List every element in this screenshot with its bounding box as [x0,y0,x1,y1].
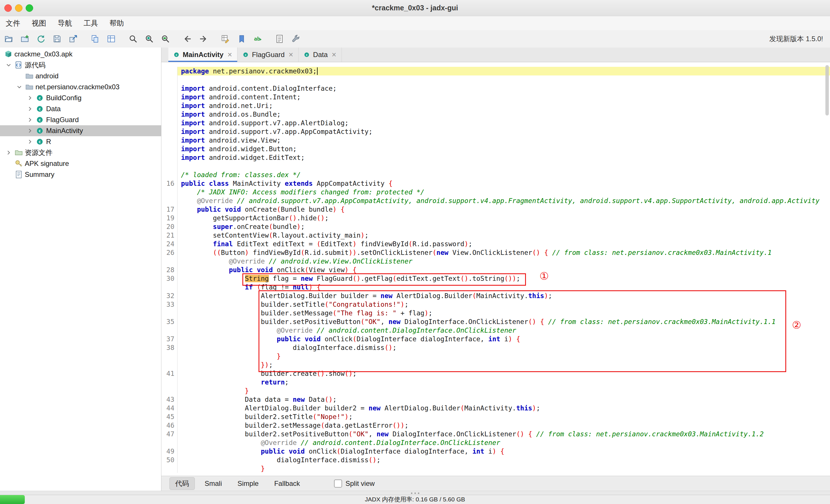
search-class-icon[interactable] [143,32,155,45]
code-line[interactable]: 26 ((Button) findViewById(R.id.submit)).… [161,248,830,257]
chevron-right-icon[interactable] [27,137,36,146]
close-icon[interactable]: × [332,51,336,59]
close-icon[interactable]: × [227,51,232,59]
chevron-right-icon[interactable] [27,127,36,135]
menu-item[interactable]: 导航 [58,19,72,28]
code-line[interactable]: 19 getSupportActionBar().hide(); [161,214,830,222]
code-line[interactable]: 47 builder2.setPositiveButton("OK", new … [161,430,830,438]
chevron-right-icon[interactable] [27,115,36,124]
log-icon[interactable] [274,32,285,45]
code-editor[interactable]: package net.persianov.crackme0x03;import… [161,62,830,476]
code-line[interactable]: 21 setContentView(R.layout.activity_main… [161,231,830,240]
code-line[interactable]: 44 AlertDialog.Builder builder2 = new Al… [161,404,830,412]
code-line[interactable]: if (flag != null) { [161,283,830,292]
update-notice[interactable]: 发现新版本 1.5.0! [769,30,823,47]
view-tab-Fallback[interactable]: Fallback [268,478,306,489]
code-line[interactable]: import android.view.View; [161,136,830,144]
code-line[interactable]: import android.os.Bundle; [161,110,830,119]
tree-item-APK signature[interactable]: APK signature [0,158,161,169]
code-line[interactable]: } [161,352,830,361]
forward-icon[interactable] [198,32,209,45]
code-line[interactable]: 41 builder.create().show(); [161,369,830,378]
code-line[interactable]: 20 super.onCreate(bundle); [161,222,830,231]
code-line[interactable]: 37 public void onClick(DialogInterface d… [161,335,830,343]
layout-icon[interactable] [105,32,117,45]
code-line[interactable]: 43 Data data = new Data(); [161,395,830,404]
chevron-right-icon[interactable] [27,105,36,113]
code-line[interactable]: return; [161,378,830,387]
code-line[interactable]: 49 public void onClick(DialogInterface d… [161,447,830,456]
tree-item-BuildConfig[interactable]: cBuildConfig [0,93,161,103]
tree-item-Data[interactable]: cData [0,103,161,114]
menu-item[interactable]: 视图 [32,19,46,28]
deobfuscation-icon[interactable]: ab [252,32,263,45]
code-line[interactable]: builder.setMessage("The flag is: " + fla… [161,309,830,317]
code-line[interactable]: } [161,464,830,473]
chevron-down-icon[interactable] [16,83,25,91]
code-line[interactable]: import android.support.v7.app.AlertDialo… [161,119,830,127]
tree-item-资源文件[interactable]: 资源文件 [0,147,161,158]
code-line[interactable]: package net.persianov.crackme0x03; [161,67,830,75]
code-line[interactable]: }); [161,361,830,369]
code-line[interactable]: import android.support.v7.app.AppCompatA… [161,127,830,136]
code-line[interactable]: import android.widget.EditText; [161,153,830,162]
code-line[interactable]: 38 dialogInterface.dismiss(); [161,343,830,352]
code-line[interactable]: import android.content.Intent; [161,93,830,101]
tree-item-Summary[interactable]: Summary [0,169,161,180]
tree-item-MainActivity[interactable]: cMainActivity [0,125,161,136]
menu-item[interactable]: 工具 [84,19,98,28]
open-file-icon[interactable] [3,32,14,45]
code-line[interactable]: 17 public void onCreate(Bundle bundle) { [161,205,830,214]
tree-item-FlagGuard[interactable]: cFlagGuard [0,114,161,125]
code-line[interactable]: 45 builder2.setTitle("Nope!"); [161,412,830,421]
code-line[interactable]: 33 builder.setTitle("Congratulations!"); [161,300,830,309]
save-all-icon[interactable] [51,32,63,45]
tab-FlagGuard[interactable]: cFlagGuard× [237,47,298,62]
code-line[interactable]: 16public class MainActivity extends AppC… [161,179,830,188]
chevron-down-icon[interactable] [5,61,15,69]
code-line[interactable]: 28 public void onClick(View view) { [161,266,830,274]
view-tab-代码[interactable]: 代码 [169,477,195,490]
preferences-icon[interactable] [290,32,301,45]
menu-item[interactable]: 文件 [6,19,20,28]
tab-Data[interactable]: cData× [298,47,342,62]
code-line[interactable]: import android.content.DialogInterface; [161,84,830,93]
view-tab-Simple[interactable]: Simple [232,478,264,489]
code-line[interactable]: 30 String flag = new FlagGuard().getFlag… [161,274,830,283]
chevron-right-icon[interactable] [5,148,15,157]
bookmark-icon[interactable] [236,32,247,45]
code-line[interactable] [161,75,830,84]
code-line[interactable]: /* loaded from: classes.dex */ [161,170,830,179]
view-tab-Smali[interactable]: Smali [199,478,228,489]
back-icon[interactable] [182,32,193,45]
code-line[interactable]: 24 final EditText editText = (EditText) … [161,240,830,248]
code-line[interactable]: 46 builder2.setMessage(data.getLastError… [161,421,830,430]
code-line[interactable] [161,162,830,170]
tree-item-源代码[interactable]: 源代码 [0,60,161,71]
splitter-handle[interactable] [0,491,830,495]
tab-MainActivity[interactable]: cMainActivity× [168,47,237,62]
code-line[interactable]: @Override // android.view.View.OnClickLi… [161,257,830,266]
code-line[interactable]: import android.net.Uri; [161,101,830,110]
code-line[interactable]: import android.widget.Button; [161,144,830,153]
editor-vertical-scrollbar[interactable] [825,65,829,115]
copy-icon[interactable] [89,32,101,45]
export-icon[interactable] [67,32,79,45]
add-files-icon[interactable] [19,32,31,45]
tree-item-R[interactable]: cR [0,136,161,147]
search-comment-icon[interactable] [160,32,171,45]
search-text-icon[interactable] [127,32,139,45]
tree-item-crackme_0x03.apk[interactable]: crackme_0x03.apk [0,49,161,60]
code-line[interactable]: @Override // android.content.DialogInter… [161,438,830,447]
code-line[interactable]: @Override // android.content.DialogInter… [161,326,830,335]
code-line[interactable]: } [161,387,830,395]
mappings-icon[interactable] [220,32,231,45]
close-icon[interactable]: × [289,51,293,59]
tree-item-net.persianov.crackme0x03[interactable]: net.persianov.crackme0x03 [0,81,161,93]
code-line[interactable]: 35 builder.setPositiveButton("OK", new D… [161,317,830,326]
menu-item[interactable]: 帮助 [109,19,124,28]
code-line[interactable]: @Override // android.support.v7.app.AppC… [161,196,830,205]
split-view-checkbox[interactable] [334,479,342,488]
reload-icon[interactable] [35,32,47,45]
tree-item-android[interactable]: android [0,71,161,81]
